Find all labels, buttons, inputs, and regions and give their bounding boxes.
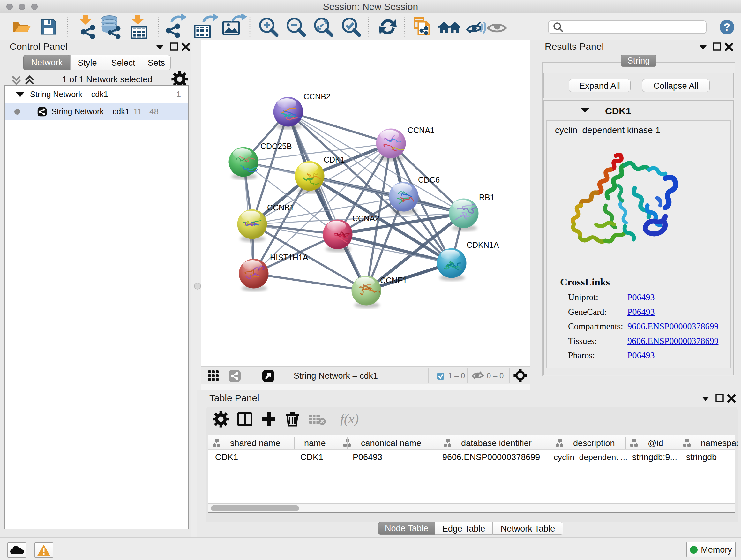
svg-text:String Network – cdk1: String Network – cdk1	[293, 371, 378, 381]
svg-text:CCNA2: CCNA2	[352, 214, 380, 223]
svg-text:CDC25B: CDC25B	[260, 142, 292, 151]
svg-text:CCNB1: CCNB1	[267, 203, 294, 212]
svg-text:0 – 0: 0 – 0	[487, 371, 503, 380]
svg-text:shared name: shared name	[230, 438, 280, 448]
svg-text:f(x): f(x)	[340, 412, 359, 427]
svg-text:CCNB2: CCNB2	[304, 92, 331, 101]
svg-text:CCNE1: CCNE1	[380, 276, 407, 285]
svg-text:RB1: RB1	[479, 193, 495, 202]
svg-text:name: name	[304, 438, 326, 448]
svg-text:HIST1H1A: HIST1H1A	[270, 253, 308, 262]
svg-text:canonical name: canonical name	[361, 438, 421, 448]
svg-text:?: ?	[724, 21, 731, 33]
svg-text:CDK1: CDK1	[324, 155, 345, 164]
svg-text:CCNA1: CCNA1	[408, 126, 434, 135]
svg-text:description: description	[573, 438, 615, 448]
svg-text:database identifier: database identifier	[461, 438, 532, 448]
svg-text:CDKN1A: CDKN1A	[467, 240, 499, 249]
svg-text:@id: @id	[648, 438, 663, 448]
svg-text:namespace: namespace	[701, 438, 738, 448]
svg-text:CDC6: CDC6	[418, 175, 440, 184]
svg-text:1 – 0: 1 – 0	[448, 371, 465, 380]
